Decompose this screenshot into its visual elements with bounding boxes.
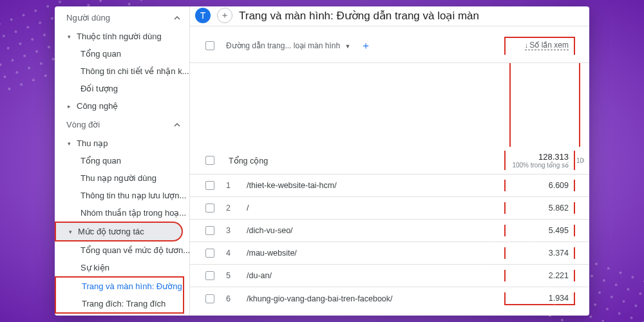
caret-down-icon: ▼: [345, 43, 350, 50]
add-dimension-button[interactable]: ＋: [361, 41, 371, 51]
row-path: /mau-website/: [235, 249, 504, 258]
sidebar-item-user-detail[interactable]: Thông tin chi tiết về nhận k...: [55, 62, 189, 80]
table-row[interactable]: 4 /mau-website/ 3.374: [190, 242, 589, 265]
row-path: /du-an/: [235, 271, 504, 280]
title-row: T ＋ Trang và màn hình: Đường dẫn trang v…: [190, 6, 589, 26]
sidebar-item-acq-cohort[interactable]: Nhóm thuần tập trong hoạ...: [55, 204, 189, 222]
table-row[interactable]: 6 /khung-gio-vang-dang-bai-tren-facebook…: [190, 287, 589, 310]
select-all-checkbox[interactable]: [205, 41, 214, 50]
row-checkbox[interactable]: [205, 271, 214, 280]
sidebar-item-label: Công nghệ: [77, 101, 118, 111]
sidebar-item-label: Trang đích: Trang đích: [82, 299, 166, 308]
table-row[interactable]: 1 /thiet-ke-website-tai-hcm/ 6.609: [190, 175, 589, 197]
table-spacer: [190, 63, 589, 147]
sidebar-item-label: Trang và màn hình: Đường ...: [82, 281, 184, 291]
main-content: T ＋ Trang và màn hình: Đường dẫn trang v…: [190, 6, 589, 316]
row-path: /thiet-ke-website-tai-hcm/: [235, 181, 504, 190]
row-checkbox[interactable]: [205, 294, 214, 303]
add-tab-button[interactable]: ＋: [217, 8, 232, 23]
metric-header-views[interactable]: ↓Số lần xem: [504, 37, 575, 55]
row-views: 2.221: [504, 270, 575, 281]
totals-label: Tổng cộng: [226, 156, 268, 166]
row-checkbox[interactable]: [205, 204, 214, 213]
totals-row: Tổng cộng 128.313 100% trong tổng số 100: [190, 147, 589, 175]
table-row[interactable]: 5 /du-an/ 2.221: [190, 265, 589, 287]
chevron-up-icon: [174, 122, 180, 128]
sort-desc-icon: ↓: [525, 41, 529, 49]
sidebar-item-label: Nhóm thuần tập trong hoạ...: [80, 208, 186, 218]
dimension-label: Đường dẫn trang... loại màn hình: [226, 41, 340, 50]
sidebar-item-acq-traffic[interactable]: Thông tin thu nạp lưu lượn...: [55, 187, 189, 204]
sidebar-section-label: Người dùng: [66, 13, 110, 23]
table-row[interactable]: 2 / 5.862: [190, 197, 589, 220]
row-index: 5: [226, 271, 235, 280]
sidebar-item-label: Tổng quan: [80, 156, 121, 166]
sidebar-item-eng-landing[interactable]: Trang đích: Trang đích: [55, 295, 184, 314]
row-path: /khung-gio-vang-dang-bai-tren-facebook/: [235, 294, 504, 304]
row-path: /: [235, 204, 504, 213]
row-views: 3.374: [504, 247, 575, 259]
row-views: 5.862: [504, 202, 575, 214]
sidebar-item-label: Thuộc tính người dùng: [77, 32, 162, 41]
row-views: 5.495: [504, 225, 575, 236]
sidebar-item-label: Tổng quan: [80, 49, 121, 59]
row-index: 1: [226, 181, 235, 190]
caret-right-icon: ▸: [68, 103, 74, 109]
sidebar-item-label: Mức độ tương tác: [78, 227, 144, 236]
totals-pct: 100% trong tổng số: [511, 162, 569, 169]
row-path: /dich-vu-seo/: [235, 226, 504, 235]
chevron-up-icon: [174, 15, 180, 21]
row-index: 3: [226, 226, 235, 235]
sidebar-section-label: Vòng đời: [66, 120, 100, 129]
table-header: Đường dẫn trang... loại màn hình ▼ ＋ ↓Số…: [190, 26, 589, 63]
sidebar-item-label: Tổng quan về mức độ tươn...: [80, 245, 189, 255]
sidebar-item-audience[interactable]: Đối tượng: [55, 80, 189, 97]
sidebar-group-tech[interactable]: ▸ Công nghệ: [55, 97, 189, 115]
sidebar-item-label: Thu nạp: [77, 138, 108, 148]
row-checkbox[interactable]: [205, 249, 214, 258]
app-window: Người dùng ▾ Thuộc tính người dùng Tổng …: [55, 6, 589, 316]
sidebar-item-label: Thu nạp người dùng: [80, 173, 156, 183]
row-checkbox[interactable]: [205, 181, 214, 190]
sidebar-group-user-attr[interactable]: ▾ Thuộc tính người dùng: [55, 28, 189, 45]
dimension-dropdown[interactable]: Đường dẫn trang... loại màn hình ▼: [226, 41, 350, 50]
sidebar-item-acq-user[interactable]: Thu nạp người dùng: [55, 169, 189, 187]
sidebar-item-overview[interactable]: Tổng quan: [55, 45, 189, 62]
caret-down-icon: ▾: [68, 140, 74, 147]
sidebar-item-label: Đối tượng: [80, 84, 118, 93]
sidebar-section-user[interactable]: Người dùng: [55, 8, 189, 28]
sidebar-group-engagement[interactable]: ▾ Mức độ tương tác: [55, 222, 183, 242]
row-views: 1.934: [504, 292, 575, 305]
row-checkbox[interactable]: [205, 226, 214, 235]
sidebar-section-lifecycle[interactable]: Vòng đời: [55, 115, 189, 135]
sidebar-item-label: Thông tin chi tiết về nhận k...: [80, 66, 189, 76]
sidebar: Người dùng ▾ Thuộc tính người dùng Tổng …: [55, 6, 190, 316]
row-views: 6.609: [504, 180, 575, 191]
sidebar-item-eng-pages[interactable]: Trang và màn hình: Đường ...: [55, 276, 184, 295]
sidebar-item-label: Sự kiện: [80, 263, 109, 272]
sidebar-item-eng-overview[interactable]: Tổng quan về mức độ tươn...: [55, 242, 189, 259]
totals-metric: 128.313 100% trong tổng số: [504, 151, 575, 170]
page-title: Trang và màn hình: Đường dẫn trang và lo…: [239, 9, 479, 23]
row-index: 2: [226, 204, 235, 213]
truncated-next-col: 100: [575, 157, 584, 164]
sidebar-group-acquisition[interactable]: ▾ Thu nạp: [55, 135, 189, 152]
row-checkbox[interactable]: [205, 156, 214, 165]
totals-value: 128.313: [511, 152, 569, 162]
tab-avatar-icon[interactable]: T: [195, 8, 211, 23]
metric-label: Số lần xem: [529, 41, 569, 50]
row-index: 4: [226, 249, 235, 258]
caret-down-icon: ▾: [68, 33, 74, 40]
sidebar-item-eng-events[interactable]: Sự kiện: [55, 259, 189, 276]
caret-down-icon: ▾: [69, 229, 75, 235]
row-index: 6: [226, 294, 235, 303]
table-row[interactable]: 3 /dich-vu-seo/ 5.495: [190, 220, 589, 242]
sidebar-item-acq-overview[interactable]: Tổng quan: [55, 152, 189, 169]
sidebar-item-label: Thông tin thu nạp lưu lượn...: [80, 191, 186, 200]
